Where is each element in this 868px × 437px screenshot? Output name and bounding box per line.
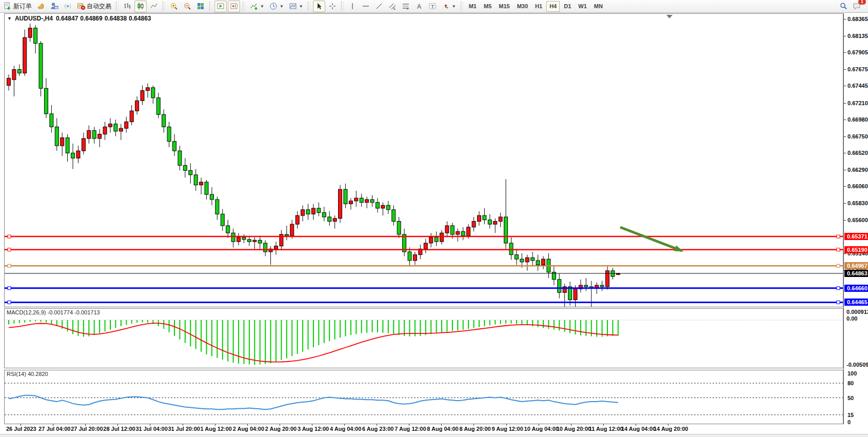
line-handle[interactable]: [837, 301, 840, 304]
text-tool-button[interactable]: A: [413, 1, 425, 12]
channel-tool-button[interactable]: E: [386, 1, 399, 12]
time-tick-label: 31 Jul 20:00: [168, 426, 200, 432]
candle-bull: [349, 201, 352, 204]
candle-bear: [162, 114, 166, 127]
timeframe-M1[interactable]: M1: [466, 1, 480, 12]
crosshair-icon: [328, 2, 337, 10]
line-handle[interactable]: [8, 264, 11, 267]
autotrading-button[interactable]: 自动交易: [75, 1, 113, 12]
macd-name: MACD(12,26,9): [7, 309, 46, 315]
toolbar-separator: [461, 2, 463, 11]
candle-bull: [477, 215, 481, 221]
candle-bear: [17, 69, 21, 73]
zoom-in-button[interactable]: [168, 1, 180, 12]
timeframe-H1[interactable]: H1: [532, 1, 545, 12]
new-order-button[interactable]: 新订单: [2, 1, 34, 12]
line-handle[interactable]: [8, 287, 11, 290]
candle-bear: [328, 217, 331, 221]
candle-bear: [306, 210, 310, 214]
line-chart-button[interactable]: [148, 1, 160, 12]
candlestick-chart-canvas[interactable]: [5, 14, 843, 307]
timeframe-group: M1M5M15M30H1H4D1W1MN: [465, 1, 606, 12]
chart-shift-button[interactable]: [228, 1, 240, 12]
fibonacci-tool-button[interactable]: F: [400, 1, 412, 12]
line-handle[interactable]: [8, 301, 11, 304]
indicators-icon: [250, 2, 258, 10]
trend-arrow-annotation[interactable]: [620, 227, 682, 251]
signals-button[interactable]: [62, 1, 74, 12]
line-handle[interactable]: [8, 235, 11, 238]
price-level-badge: 0.64863: [844, 270, 868, 277]
timeframe-M30[interactable]: M30: [514, 1, 531, 12]
candle-bear: [247, 240, 251, 242]
line-handle[interactable]: [837, 264, 840, 267]
candle-bear: [205, 182, 208, 194]
candle-bull: [429, 237, 433, 243]
indicators-button[interactable]: ▼: [248, 1, 266, 12]
chart-shift-marker-icon[interactable]: [666, 15, 673, 18]
main-chart-panel[interactable]: ▼ AUDUSD-,H4 0.64847 0.64869 0.64838 0.6…: [4, 13, 843, 307]
tile-windows-button[interactable]: [194, 1, 207, 12]
arrows-tool-button[interactable]: ▼: [440, 1, 458, 12]
arrow-head: [674, 245, 684, 251]
candle-bull: [7, 78, 11, 85]
timeframe-M15[interactable]: M15: [496, 1, 512, 12]
ohlc-high: 0.64869: [80, 15, 102, 22]
candle-bull: [108, 124, 112, 127]
line-handle[interactable]: [837, 287, 840, 290]
price-axis[interactable]: 0.683650.681350.679050.676750.674450.672…: [843, 13, 868, 433]
macd-panel[interactable]: MACD(12,26,9) -0.001774 -0.001713: [4, 308, 843, 368]
candle-bear: [317, 208, 321, 212]
templates-button[interactable]: ▼: [287, 1, 305, 12]
cursor-button[interactable]: [313, 1, 325, 12]
candle-bear: [488, 220, 491, 224]
line-handle[interactable]: [837, 248, 840, 251]
price-tick-mark: [844, 153, 846, 153]
timeframe-MN[interactable]: MN: [591, 1, 606, 12]
history-horn-button[interactable]: [35, 1, 47, 12]
price-level-badge: 0.65190: [844, 246, 868, 253]
new-order-label: 新订单: [13, 2, 32, 11]
timeframe-H4[interactable]: H4: [546, 1, 560, 12]
macd-chart-canvas[interactable]: [5, 309, 843, 368]
candle-bear: [39, 43, 43, 88]
text-label-tool-button[interactable]: T: [426, 1, 439, 12]
candle-bear: [461, 231, 465, 235]
rsi-panel[interactable]: RSI(14) 40.2820: [4, 370, 843, 424]
crosshair-button[interactable]: [326, 1, 339, 12]
candle-bear: [531, 257, 535, 261]
horizontal-line-tool-button[interactable]: [360, 1, 372, 12]
auto-scroll-button[interactable]: [214, 1, 227, 12]
candle-bull: [12, 69, 16, 80]
vertical-line-icon: [348, 2, 357, 10]
candle-bull: [472, 221, 476, 227]
rsi-chart-canvas[interactable]: [5, 370, 843, 424]
candle-bear: [386, 205, 390, 209]
timeframe-M5[interactable]: M5: [481, 1, 495, 12]
chart-title: ▼ AUDUSD-,H4 0.64847 0.64869 0.64838 0.6…: [7, 15, 151, 22]
time-axis[interactable]: 26 Jul 202327 Jul 04:0027 Jul 20:0028 Ju…: [4, 424, 868, 433]
search-button[interactable]: [837, 1, 850, 12]
timeframe-D1[interactable]: D1: [561, 1, 574, 12]
notifications-button[interactable]: 1: [851, 1, 863, 12]
candle-bear: [258, 240, 262, 243]
candle-bear: [344, 189, 347, 204]
candle-bear: [215, 200, 219, 214]
zoom-out-button[interactable]: [181, 1, 193, 12]
periods-button[interactable]: ▼: [267, 1, 286, 12]
line-handle[interactable]: [837, 235, 840, 238]
candle-bull: [311, 208, 315, 214]
price-tick-label: 0.66060: [847, 183, 868, 189]
candlestick-chart-button[interactable]: [134, 1, 147, 12]
status-strip: [0, 434, 868, 437]
one-click-trading-arrow-icon[interactable]: ▼: [7, 16, 12, 21]
ohlc-close: 0.64863: [129, 15, 151, 22]
vertical-line-tool-button[interactable]: [346, 1, 359, 12]
mailbox-button[interactable]: [48, 1, 61, 12]
bar-chart-button[interactable]: [121, 1, 133, 12]
candle-bear: [392, 210, 396, 222]
line-handle[interactable]: [8, 248, 11, 251]
toolbar-separator: [209, 2, 212, 11]
timeframe-W1[interactable]: W1: [575, 1, 590, 12]
trendline-tool-button[interactable]: [373, 1, 385, 12]
